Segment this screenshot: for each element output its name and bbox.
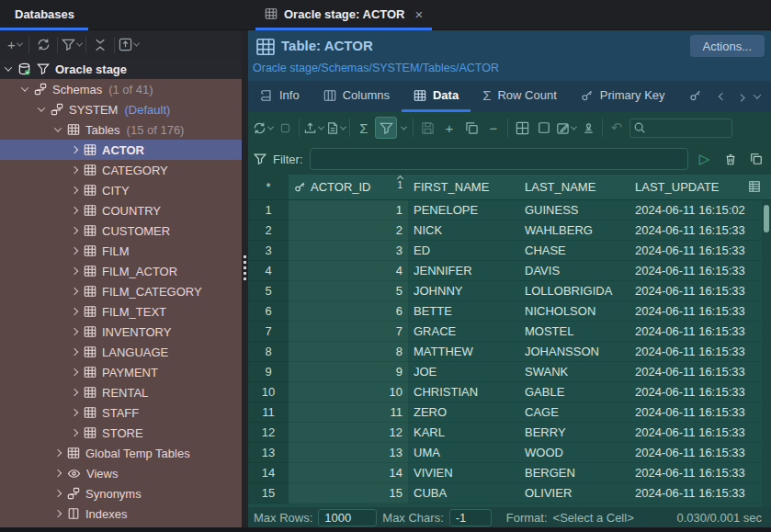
row-number[interactable]: 13 [248,443,289,463]
cell-last-name[interactable]: LOLLOBRIGIDA [519,281,629,301]
cell-first-name[interactable]: VIVIEN [408,463,519,483]
scroll-right-icon[interactable] [737,94,744,101]
row-number[interactable]: 15 [248,483,289,504]
row-number[interactable]: 10 [248,382,289,402]
tree-item-inventory[interactable]: INVENTORY [0,322,242,342]
cell-actor-id[interactable]: 2 [289,221,408,241]
cell-last-update[interactable]: 2024-06-11 16:15:33 [629,402,762,423]
chevron-right-icon[interactable] [71,328,78,335]
cell-first-name[interactable]: JOHNNY [408,281,519,301]
cell-last-update[interactable]: 2024-06-11 16:15:33 [629,261,762,281]
cell-actor-id[interactable]: 5 [289,281,408,301]
tree-item-film-actor[interactable]: FILM_ACTOR [0,261,242,281]
cell-actor-id[interactable]: 10 [289,382,408,402]
max-rows-input[interactable] [318,509,377,526]
close-tab-icon[interactable]: × [415,6,424,22]
cell-last-update[interactable]: 2024-06-11 16:15:33 [629,301,762,322]
cell-first-name[interactable]: CHRISTIAN [408,382,519,402]
cell-last-update[interactable]: 2024-06-11 16:15:33 [629,342,762,362]
chevron-right-icon[interactable] [71,368,78,376]
collapse-all-button[interactable] [89,34,111,56]
tree-item-staff[interactable]: STAFF [0,402,242,423]
cell-last-name[interactable]: WAHLBERG [519,221,629,241]
grid-scrollbar[interactable] [762,200,771,507]
cell-actor-id[interactable]: 7 [289,322,408,342]
chevron-down-icon[interactable] [21,84,28,91]
row-number[interactable]: 8 [248,342,289,362]
tab-columns[interactable]: Columns [312,81,402,112]
cell-last-update[interactable]: 2024-06-11 16:15:02 [629,200,762,221]
chevron-right-icon[interactable] [71,267,78,275]
cell-last-name[interactable]: OLIVIER [519,483,629,504]
filter-input[interactable] [310,148,689,170]
cell-first-name[interactable]: NICK [408,221,519,241]
chevron-right-icon[interactable] [71,409,78,416]
row-number[interactable]: 12 [248,423,289,443]
cell-last-update[interactable]: 2024-06-11 16:15:33 [629,382,762,402]
cell-last-update[interactable]: 2024-06-11 16:15:33 [629,322,762,342]
cell-last-update[interactable]: 2024-06-11 16:15:33 [629,483,762,504]
sort-indicator[interactable]: 1 [397,176,403,190]
cell-first-name[interactable]: JENNIFER [408,261,519,281]
cell-actor-id[interactable]: 15 [289,483,408,504]
actions-button[interactable]: Actions... [690,35,765,57]
chevron-right-icon[interactable] [71,288,78,295]
record-view-button[interactable] [533,117,555,139]
cell-first-name[interactable]: KARL [408,423,519,443]
cell-first-name[interactable]: ZERO [408,402,519,423]
cell-first-name[interactable]: GRACE [408,322,519,342]
column-config-icon[interactable] [748,180,761,196]
column-header-actor-id[interactable]: ACTOR_ID 1 [289,175,408,199]
grid-search-box[interactable] [629,119,732,138]
cell-last-update[interactable]: 2024-06-11 16:15:33 [629,281,762,301]
tree-item-customer[interactable]: CUSTOMER [0,221,242,241]
tree-item-city[interactable]: CITY [0,180,242,200]
tree-item-rental[interactable]: RENTAL [0,382,242,402]
max-chars-input[interactable] [449,509,492,526]
chevron-down-icon[interactable] [38,104,45,111]
grid-view-button[interactable] [511,117,533,139]
tree-item-store[interactable]: STORE [0,423,242,443]
chevron-down-icon[interactable] [54,124,62,131]
tree-item-synonyms[interactable]: Synonyms [0,483,242,504]
tab-info[interactable]: Info [248,81,312,112]
cell-first-name[interactable]: MATTHEW [408,342,519,362]
cell-last-name[interactable]: CHASE [519,241,629,261]
cell-last-update[interactable]: 2024-06-11 16:15:33 [629,221,762,241]
grid-corner[interactable]: * [248,175,289,199]
chevron-right-icon[interactable] [54,490,62,497]
cell-last-update[interactable]: 2024-06-11 16:15:33 [629,241,762,261]
refresh-results-button[interactable] [252,117,274,139]
tree-item-indexes[interactable]: Indexes [0,504,242,524]
column-header-last-name[interactable]: LAST_NAME [519,175,629,199]
edit-value-button[interactable] [555,117,577,139]
duplicate-row-button[interactable] [460,117,482,139]
add-connection-button[interactable]: + [4,34,26,56]
export-resultset-button[interactable] [302,117,324,139]
export-button[interactable] [118,34,140,56]
row-number[interactable]: 14 [248,463,289,483]
tab-row-count[interactable]: Σ Row Count [471,81,569,112]
row-number[interactable]: 7 [248,322,289,342]
cell-last-name[interactable]: JOHANSSON [519,342,629,362]
filters-button[interactable] [375,117,397,139]
chevron-right-icon[interactable] [71,187,78,194]
cell-last-name[interactable]: MOSTEL [519,322,629,342]
row-number[interactable]: 2 [248,221,289,241]
chevron-right-icon[interactable] [71,227,78,234]
chevron-right-icon[interactable] [71,308,78,315]
column-header-first-name[interactable]: FIRST_NAME [408,175,519,199]
panel-splitter[interactable] [242,30,248,527]
row-number[interactable]: 4 [248,261,289,281]
tree-item-tables[interactable]: Tables(15 of 176) [0,119,242,140]
cell-last-name[interactable]: BERRY [519,423,629,443]
tab-list-icon[interactable] [754,91,761,98]
chevron-right-icon[interactable] [71,348,78,356]
clear-filter-button[interactable] [720,148,740,170]
chevron-right-icon[interactable] [71,166,78,174]
row-number[interactable]: 1 [248,200,289,221]
cell-first-name[interactable]: CUBA [408,483,519,504]
cell-last-name[interactable]: DAVIS [519,261,629,281]
row-number[interactable]: 6 [248,301,289,322]
editor-tab-oracle-stage-actor[interactable]: Oracle stage: ACTOR × [255,0,432,30]
